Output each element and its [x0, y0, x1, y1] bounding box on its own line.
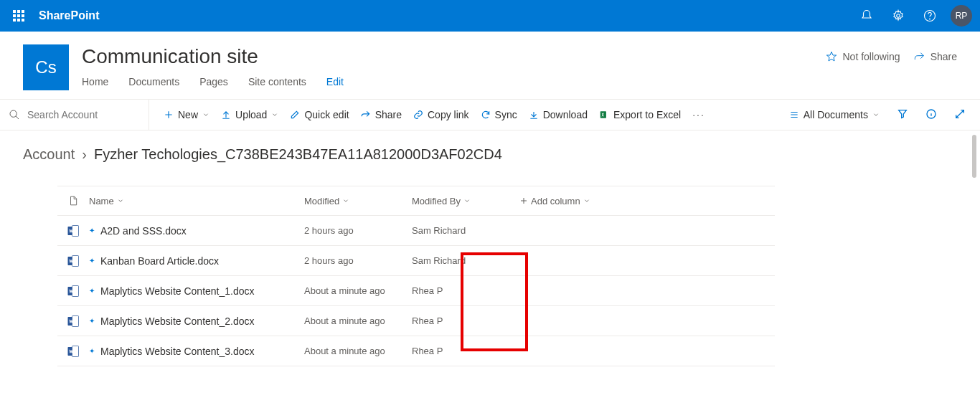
- file-modified-by: Sam Richard: [412, 225, 519, 236]
- info-icon: [925, 108, 937, 122]
- plus-icon: [519, 196, 528, 205]
- svg-point-9: [897, 14, 900, 18]
- app-name[interactable]: SharePoint: [34, 9, 99, 22]
- search-icon: [9, 108, 20, 121]
- nav-documents[interactable]: Documents: [128, 76, 179, 87]
- share-site-button[interactable]: Share: [913, 50, 957, 63]
- search-input[interactable]: [26, 108, 140, 121]
- avatar[interactable]: RP: [951, 5, 972, 27]
- upload-button[interactable]: Upload: [215, 100, 284, 130]
- table-row[interactable]: ✦Maplytics Website Content_1.docxAbout a…: [57, 276, 775, 306]
- table-row[interactable]: ✦Maplytics Website Content_2.docxAbout a…: [57, 306, 775, 336]
- share-button[interactable]: Share: [355, 100, 407, 130]
- svg-rect-3: [13, 14, 16, 17]
- scrollbar-thumb[interactable]: [972, 135, 976, 178]
- chevron-down-icon: [117, 197, 124, 204]
- new-indicator-icon: ✦: [89, 317, 95, 325]
- new-indicator-icon: ✦: [89, 347, 95, 355]
- new-indicator-icon: ✦: [89, 257, 95, 265]
- quick-edit-label: Quick edit: [304, 109, 349, 120]
- site-nav: Home Documents Pages Site contents Edit: [82, 76, 825, 87]
- plus-icon: [164, 110, 174, 120]
- svg-point-12: [10, 110, 17, 117]
- nav-home[interactable]: Home: [82, 76, 108, 87]
- more-icon: ···: [692, 109, 705, 120]
- sync-button[interactable]: Sync: [475, 100, 523, 130]
- new-button[interactable]: New: [158, 100, 215, 130]
- share-label: Share: [930, 51, 957, 62]
- file-name[interactable]: ✦A2D and SSS.docx: [89, 225, 304, 237]
- content-area: Account › Fyzher Techologies_C738BE243B4…: [0, 130, 980, 418]
- col-name-header[interactable]: Name: [89, 196, 304, 206]
- scrollbar[interactable]: [969, 135, 980, 350]
- file-modified-by: Rhea P: [412, 346, 519, 356]
- breadcrumb: Account › Fyzher Techologies_C738BE243B4…: [23, 146, 957, 163]
- filter-button[interactable]: [891, 108, 914, 122]
- copy-link-label: Copy link: [428, 109, 469, 120]
- file-name[interactable]: ✦Maplytics Website Content_3.docx: [89, 346, 304, 357]
- file-name[interactable]: ✦Maplytics Website Content_1.docx: [89, 285, 304, 297]
- link-icon: [413, 110, 423, 120]
- share-icon: [361, 110, 371, 120]
- site-header: Cs Communication site Home Documents Pag…: [0, 32, 980, 90]
- search-box[interactable]: [0, 100, 149, 130]
- word-icon: [57, 315, 89, 328]
- follow-button[interactable]: Not following: [825, 50, 900, 63]
- file-name[interactable]: ✦Maplytics Website Content_2.docx: [89, 315, 304, 327]
- chevron-down-icon: [583, 197, 590, 204]
- svg-rect-6: [13, 19, 16, 22]
- col-modifiedby-header[interactable]: Modified By: [412, 196, 519, 206]
- svg-rect-20: [72, 285, 79, 296]
- view-selector[interactable]: All Documents: [783, 109, 885, 120]
- upload-label: Upload: [235, 109, 267, 120]
- table-row[interactable]: ✦Maplytics Website Content_3.docxAbout a…: [57, 336, 775, 366]
- filter-icon: [897, 108, 908, 122]
- svg-rect-18: [72, 255, 79, 266]
- command-bar: New Upload Quick edit Share Copy link Sy…: [149, 100, 980, 130]
- download-label: Download: [543, 109, 588, 120]
- help-icon[interactable]: [914, 0, 946, 32]
- download-button[interactable]: Download: [523, 100, 593, 130]
- word-icon: [57, 255, 89, 267]
- app-launcher-icon[interactable]: [3, 0, 34, 32]
- nav-site-contents[interactable]: Site contents: [248, 76, 306, 87]
- settings-icon[interactable]: [882, 0, 914, 32]
- word-icon: [57, 224, 89, 237]
- chevron-down-icon: [463, 197, 471, 204]
- breadcrumb-root[interactable]: Account: [23, 146, 75, 163]
- svg-rect-22: [72, 315, 79, 326]
- file-modified-by: Sam Richard: [412, 255, 519, 266]
- share-icon: [913, 50, 926, 63]
- nav-pages[interactable]: Pages: [199, 76, 228, 87]
- svg-rect-13: [600, 111, 606, 118]
- export-button[interactable]: Export to Excel: [593, 100, 687, 130]
- file-modified: About a minute ago: [304, 346, 412, 356]
- copy-link-button[interactable]: Copy link: [407, 100, 475, 130]
- site-title: Communication site: [82, 44, 825, 69]
- svg-rect-1: [17, 10, 20, 13]
- col-add-header[interactable]: Add column: [519, 196, 641, 206]
- nav-edit[interactable]: Edit: [326, 76, 344, 87]
- quick-edit-button[interactable]: Quick edit: [284, 100, 354, 130]
- file-name[interactable]: ✦Kanban Board Article.docx: [89, 255, 304, 267]
- export-label: Export to Excel: [613, 109, 681, 120]
- svg-rect-16: [72, 225, 79, 236]
- download-icon: [529, 110, 539, 120]
- expand-button[interactable]: [948, 108, 971, 122]
- site-logo[interactable]: Cs: [23, 44, 69, 90]
- more-button[interactable]: ···: [687, 100, 711, 130]
- chevron-down-icon: [872, 109, 880, 120]
- file-modified: About a minute ago: [304, 315, 412, 326]
- table-row[interactable]: ✦A2D and SSS.docx2 hours agoSam Richard: [57, 216, 775, 246]
- upload-icon: [221, 110, 231, 120]
- table-row[interactable]: ✦Kanban Board Article.docx2 hours agoSam…: [57, 246, 775, 276]
- notifications-icon[interactable]: [851, 0, 882, 32]
- chevron-down-icon: [202, 109, 209, 120]
- file-modified: About a minute ago: [304, 285, 412, 296]
- svg-rect-2: [22, 10, 24, 13]
- col-modified-header[interactable]: Modified: [304, 196, 412, 206]
- svg-rect-5: [22, 14, 24, 17]
- command-row: New Upload Quick edit Share Copy link Sy…: [0, 99, 980, 130]
- info-button[interactable]: [920, 108, 943, 122]
- col-type-icon[interactable]: [57, 194, 89, 207]
